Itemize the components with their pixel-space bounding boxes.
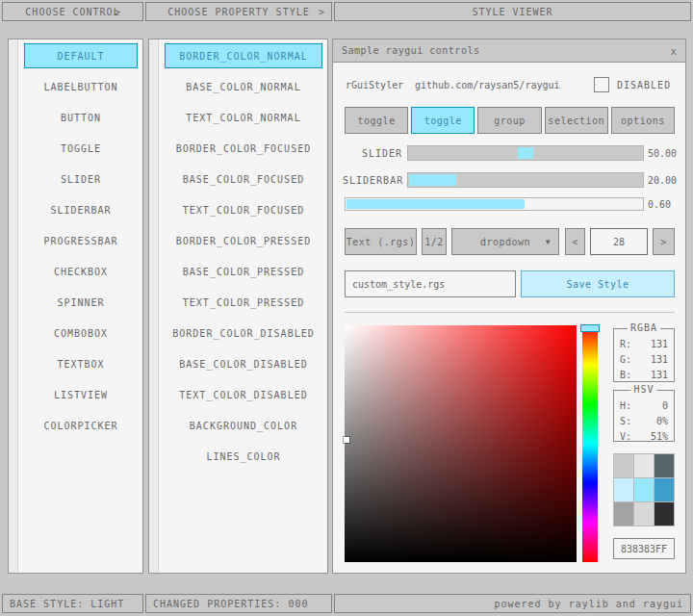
style-color-swatch-5[interactable] bbox=[654, 478, 674, 501]
slider[interactable] bbox=[407, 145, 644, 161]
sliderbar-label: SLIDERBAR bbox=[343, 175, 402, 186]
style-color-swatch-6[interactable] bbox=[614, 502, 633, 526]
color-value-row: H:0 bbox=[614, 398, 674, 413]
toggle-group-option-1[interactable]: toggle bbox=[411, 107, 475, 134]
list-item-slider[interactable]: SLIDER bbox=[24, 167, 138, 192]
color-channel-value: 131 bbox=[651, 354, 668, 365]
rguistyler-app: CHOOSE CONTROL > CHOOSE PROPERTY STYLE >… bbox=[0, 0, 693, 616]
hex-color-textbox[interactable]: 838383FF bbox=[613, 538, 675, 559]
dropdown-box[interactable]: dropdown ▼ bbox=[451, 228, 559, 255]
list-item-text_color_focused[interactable]: TEXT_COLOR_FOCUSED bbox=[165, 197, 322, 222]
list-item-textbox[interactable]: TEXTBOX bbox=[24, 351, 138, 376]
rgba-group-title: RGBA bbox=[628, 322, 660, 333]
properties-list-scrollbar[interactable] bbox=[149, 39, 159, 573]
color-channel-label: R: bbox=[620, 339, 631, 349]
list-item-text_color_disabled[interactable]: TEXT_COLOR_DISABLED bbox=[165, 382, 322, 407]
breadcrumb-label: CHOOSE CONTROL bbox=[25, 7, 119, 17]
list-item-border_color_normal[interactable]: BORDER_COLOR_NORMAL bbox=[165, 43, 322, 68]
disabled-checkbox[interactable] bbox=[594, 77, 609, 92]
color-value-row: B:131 bbox=[614, 367, 674, 382]
color-value-row: G:131 bbox=[614, 351, 674, 367]
list-item-sliderbar[interactable]: SLIDERBAR bbox=[24, 197, 138, 222]
style-color-swatch-1[interactable] bbox=[634, 454, 654, 477]
toggle-group-option-3[interactable]: selection bbox=[545, 107, 608, 134]
progressbar-value: 0.60 bbox=[648, 199, 671, 210]
status-base-style: BASE STYLE: LIGHT bbox=[2, 594, 143, 613]
rgba-values: R:131G:131B:131 bbox=[614, 329, 674, 382]
color-channel-value: 0% bbox=[656, 416, 668, 426]
list-item-default[interactable]: DEFAULT bbox=[24, 43, 138, 68]
slider-knob[interactable] bbox=[518, 147, 533, 159]
sliderbar[interactable] bbox=[407, 172, 644, 188]
list-item-labelbutton[interactable]: LABELBUTTON bbox=[24, 74, 138, 99]
list-item-toggle[interactable]: TOGGLE bbox=[24, 136, 138, 161]
list-item-base_color_focused[interactable]: BASE_COLOR_FOCUSED bbox=[165, 167, 322, 192]
progressbar-fill bbox=[346, 199, 525, 209]
color-value-row: R:131 bbox=[614, 336, 674, 351]
color-channel-value: 0 bbox=[662, 400, 668, 411]
list-item-text_color_pressed[interactable]: TEXT_COLOR_PRESSED bbox=[165, 290, 322, 315]
list-item-progressbar[interactable]: PROGRESSBAR bbox=[24, 228, 138, 253]
disabled-checkbox-label: DISABLED bbox=[617, 80, 671, 90]
sliderbar-value: 20.00 bbox=[648, 175, 677, 186]
properties-list: BORDER_COLOR_NORMALBASE_COLOR_NORMALTEXT… bbox=[160, 39, 327, 573]
hsv-group-box: HSV H:0S:0%V:51% bbox=[613, 390, 675, 442]
close-icon[interactable]: x bbox=[666, 43, 681, 59]
hsv-group-title: HSV bbox=[630, 384, 656, 395]
toggle-group-option-0[interactable]: toggle bbox=[345, 107, 408, 134]
chevron-right-icon: > bbox=[115, 7, 121, 17]
list-item-text_color_normal[interactable]: TEXT_COLOR_NORMAL bbox=[165, 105, 322, 130]
breadcrumb-style-viewer: STYLE VIEWER bbox=[334, 2, 691, 21]
slider-label: SLIDER bbox=[343, 148, 402, 159]
breadcrumb-choose-control: CHOOSE CONTROL > bbox=[2, 2, 143, 21]
list-item-button[interactable]: BUTTON bbox=[24, 105, 138, 130]
color-picker-panel[interactable] bbox=[345, 325, 577, 562]
color-channel-label: S: bbox=[620, 416, 631, 426]
toggle-group-option-4[interactable]: options bbox=[611, 107, 675, 134]
spinner-increment-button[interactable]: > bbox=[653, 228, 675, 255]
list-item-lines_color[interactable]: LINES_COLOR bbox=[165, 444, 322, 469]
rgba-group-box: RGBA R:131G:131B:131 bbox=[613, 328, 675, 382]
color-channel-value: 51% bbox=[651, 431, 668, 442]
color-picker-cursor[interactable] bbox=[344, 437, 349, 443]
status-credits: powered by raylib and raygui bbox=[334, 594, 691, 613]
list-item-border_color_pressed[interactable]: BORDER_COLOR_PRESSED bbox=[165, 228, 322, 253]
filename-textbox[interactable]: custom_style.rgs bbox=[345, 270, 516, 297]
toggle-group: toggletogglegroupselectionoptions bbox=[345, 107, 675, 134]
export-format-button[interactable]: Text (.rgs) bbox=[345, 228, 417, 255]
save-style-button[interactable]: Save Style bbox=[521, 270, 675, 297]
color-value-row: V:51% bbox=[614, 428, 674, 444]
progressbar bbox=[345, 197, 644, 211]
chevron-right-icon: > bbox=[319, 7, 325, 17]
repo-link[interactable]: github.com/raysan5/raygui bbox=[415, 80, 560, 90]
sliderbar-fill bbox=[409, 174, 456, 186]
style-color-swatch-8[interactable] bbox=[654, 502, 674, 526]
breadcrumb-label: CHOOSE PROPERTY STYLE bbox=[167, 7, 309, 17]
list-item-spinner[interactable]: SPINNER bbox=[24, 290, 138, 315]
list-item-combobox[interactable]: COMBOBOX bbox=[24, 321, 138, 346]
color-channel-value: 131 bbox=[651, 370, 668, 380]
controls-list-scrollbar[interactable] bbox=[9, 39, 18, 573]
hue-bar-marker[interactable] bbox=[580, 324, 600, 332]
list-item-colorpicker[interactable]: COLORPICKER bbox=[24, 413, 138, 438]
list-item-listview[interactable]: LISTVIEW bbox=[24, 382, 138, 407]
style-color-swatch-4[interactable] bbox=[634, 478, 654, 501]
half-size-toggle[interactable]: 1/2 bbox=[422, 228, 447, 255]
list-item-border_color_focused[interactable]: BORDER_COLOR_FOCUSED bbox=[165, 136, 322, 161]
properties-list-panel: BORDER_COLOR_NORMALBASE_COLOR_NORMALTEXT… bbox=[148, 38, 328, 574]
toggle-group-option-2[interactable]: group bbox=[477, 107, 541, 134]
list-item-background_color[interactable]: BACKGROUND_COLOR bbox=[165, 413, 322, 438]
list-item-checkbox[interactable]: CHECKBOX bbox=[24, 259, 138, 284]
slider-value: 50.00 bbox=[648, 148, 677, 159]
list-item-base_color_normal[interactable]: BASE_COLOR_NORMAL bbox=[165, 74, 322, 99]
style-color-swatch-0[interactable] bbox=[614, 454, 633, 477]
list-item-border_color_disabled[interactable]: BORDER_COLOR_DISABLED bbox=[165, 321, 322, 346]
style-color-swatch-3[interactable] bbox=[614, 478, 633, 501]
list-item-base_color_disabled[interactable]: BASE_COLOR_DISABLED bbox=[165, 351, 322, 376]
style-color-swatch-2[interactable] bbox=[654, 454, 674, 477]
spinner-decrement-button[interactable]: < bbox=[565, 228, 585, 255]
hue-bar[interactable] bbox=[582, 325, 598, 562]
spinner-value-box[interactable]: 28 bbox=[590, 228, 648, 255]
list-item-base_color_pressed[interactable]: BASE_COLOR_PRESSED bbox=[165, 259, 322, 284]
style-color-swatch-7[interactable] bbox=[634, 502, 654, 526]
